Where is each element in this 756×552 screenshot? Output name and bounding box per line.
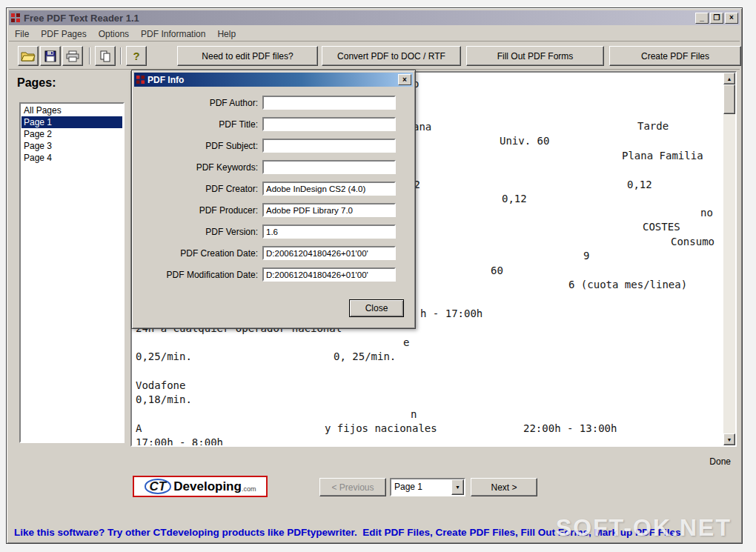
titlebar: Free PDF Text Reader 1.1 _ ❐ × bbox=[9, 10, 740, 25]
dialog-title: PDF Info bbox=[147, 75, 397, 85]
app-window: Free PDF Text Reader 1.1 _ ❐ × File PDF … bbox=[6, 7, 743, 544]
create-pdf-button[interactable]: Create PDF Files bbox=[609, 46, 741, 66]
field-row: PDF Modification Date: bbox=[135, 264, 409, 285]
help-button[interactable]: ? bbox=[126, 46, 147, 66]
scroll-up-icon[interactable]: ▲ bbox=[723, 73, 735, 84]
pdf-title-field[interactable] bbox=[262, 117, 396, 131]
menubar: File PDF Pages Options PDF Information H… bbox=[9, 27, 740, 41]
need-edit-pdf-button[interactable]: Need to edit PDF files? bbox=[177, 46, 318, 66]
field-row: PDF Creation Date: bbox=[135, 242, 409, 264]
dialog-icon bbox=[136, 75, 145, 84]
pdf-modification-date-field[interactable] bbox=[262, 267, 396, 282]
copy-button[interactable] bbox=[95, 46, 116, 66]
save-button[interactable] bbox=[40, 46, 61, 66]
menu-pdf-pages[interactable]: PDF Pages bbox=[35, 27, 92, 41]
pdf-creation-date-field[interactable] bbox=[262, 246, 396, 260]
doc-text-fragment: 22:00h - 13:00h bbox=[523, 422, 617, 434]
doc-text-fragment: 0,12 bbox=[627, 179, 652, 190]
close-button[interactable]: × bbox=[725, 13, 738, 24]
pdf-creator-field[interactable] bbox=[262, 182, 396, 196]
toolbar-separator bbox=[120, 47, 122, 64]
doc-text-fragment: 0,18/min. bbox=[136, 393, 192, 405]
list-item-page-2[interactable]: Page 2 bbox=[21, 128, 122, 140]
logo-name: Developing bbox=[173, 479, 242, 494]
list-item-page-1[interactable]: Page 1 bbox=[21, 116, 122, 128]
doc-text-fragment: no bbox=[700, 207, 713, 219]
doc-text-fragment: 9 bbox=[583, 250, 589, 262]
doc-text-fragment: 17:00h - 8:00h bbox=[136, 436, 223, 445]
menu-help[interactable]: Help bbox=[211, 27, 242, 41]
field-row: PDF Subject: bbox=[135, 135, 409, 156]
dialog-close-button[interactable]: Close bbox=[349, 299, 404, 317]
ctdeveloping-logo[interactable]: CT Developing .com bbox=[133, 476, 268, 497]
doc-text-fragment: n bbox=[411, 408, 417, 420]
doc-text-fragment: 0,12 bbox=[502, 193, 527, 204]
doc-text-fragment: A bbox=[136, 422, 142, 434]
statusbar: Done bbox=[9, 453, 740, 470]
open-icon bbox=[21, 50, 36, 62]
doc-text-fragment: Tarde bbox=[637, 120, 669, 132]
pdf-info-dialog: PDF Info × PDF Author: PDF Title: PDF Su… bbox=[131, 70, 416, 329]
doc-text-fragment: 0,25/min. bbox=[136, 350, 192, 362]
list-item-page-4[interactable]: Page 4 bbox=[21, 152, 122, 164]
dialog-fields: PDF Author: PDF Title: PDF Subject: PDF … bbox=[135, 92, 409, 285]
doc-text-fragment: Univ. 60 bbox=[500, 135, 549, 147]
page-select-dropdown[interactable]: Page 1 ▼ bbox=[390, 478, 465, 496]
field-row: PDF Title: bbox=[135, 113, 409, 135]
doc-text-fragment: 6 (cuota mes/linea) bbox=[568, 279, 687, 290]
scroll-down-icon[interactable]: ▼ bbox=[723, 433, 735, 445]
watermark: SOFT-OK.NET bbox=[556, 514, 732, 542]
next-page-button[interactable]: Next > bbox=[471, 478, 537, 496]
pdf-author-label: PDF Author: bbox=[135, 98, 262, 108]
print-icon bbox=[66, 50, 79, 62]
pdf-keywords-label: PDF Keywords: bbox=[135, 162, 262, 173]
pdf-modification-date-label: PDF Modification Date: bbox=[135, 270, 262, 280]
help-icon: ? bbox=[133, 50, 139, 62]
pdf-version-label: PDF Version: bbox=[135, 227, 262, 237]
dialog-close-icon[interactable]: × bbox=[398, 74, 411, 85]
pdf-producer-label: PDF Producer: bbox=[135, 205, 262, 216]
pdf-author-field[interactable] bbox=[262, 96, 396, 110]
menu-options[interactable]: Options bbox=[93, 27, 135, 41]
dialog-titlebar: PDF Info × bbox=[134, 73, 413, 87]
field-row: PDF Producer: bbox=[135, 199, 409, 221]
status-text: Done bbox=[709, 456, 731, 467]
field-row: PDF Keywords: bbox=[135, 156, 409, 178]
pages-listbox: All Pages Page 1 Page 2 Page 3 Page 4 bbox=[19, 102, 125, 443]
doc-text-fragment: y fijos nacionales bbox=[325, 422, 437, 434]
field-row: PDF Creator: bbox=[135, 178, 409, 199]
save-icon bbox=[44, 50, 56, 62]
vertical-scrollbar[interactable]: ▲ ▼ bbox=[723, 73, 735, 445]
logo-tld: .com bbox=[242, 485, 256, 493]
open-button[interactable] bbox=[18, 46, 39, 66]
doc-text-fragment: h - 17:00h bbox=[420, 307, 483, 319]
pdf-version-field[interactable] bbox=[262, 225, 396, 239]
page-select-value: Page 1 bbox=[391, 479, 451, 495]
doc-text-fragment: 60 bbox=[491, 265, 503, 276]
menu-pdf-information[interactable]: PDF Information bbox=[135, 27, 211, 41]
doc-text-fragment: Consumo bbox=[671, 236, 714, 247]
doc-text-fragment: 0, 25/min. bbox=[334, 350, 396, 362]
dropdown-arrow-icon[interactable]: ▼ bbox=[451, 479, 464, 495]
print-button[interactable] bbox=[62, 46, 83, 66]
fill-out-forms-button[interactable]: Fill Out PDF Forms bbox=[466, 46, 604, 66]
pdf-subject-field[interactable] bbox=[262, 139, 396, 153]
menu-file[interactable]: File bbox=[9, 27, 35, 41]
doc-text-fragment: Plana Familia bbox=[622, 150, 703, 162]
doc-text-fragment: COSTES bbox=[643, 221, 680, 233]
maximize-button[interactable]: ❐ bbox=[710, 13, 723, 24]
convert-pdf-doc-button[interactable]: Convert PDF to DOC / RTF bbox=[322, 46, 461, 66]
pdf-keywords-field[interactable] bbox=[262, 160, 396, 174]
list-item-page-3[interactable]: Page 3 bbox=[21, 140, 122, 152]
doc-text-fragment: e bbox=[403, 336, 409, 348]
toolbar: ? Need to edit PDF files? Convert PDF to… bbox=[9, 42, 740, 70]
pdf-subject-label: PDF Subject: bbox=[135, 141, 262, 151]
previous-page-button[interactable]: < Previous bbox=[319, 478, 386, 496]
app-icon bbox=[10, 13, 21, 23]
minimize-button[interactable]: _ bbox=[695, 13, 709, 24]
pdf-producer-field[interactable] bbox=[262, 203, 396, 217]
field-row: PDF Author: bbox=[135, 92, 409, 113]
window-title: Free PDF Text Reader 1.1 bbox=[24, 13, 694, 24]
list-item-all-pages[interactable]: All Pages bbox=[21, 104, 122, 116]
scrollbar-thumb[interactable] bbox=[723, 84, 735, 114]
